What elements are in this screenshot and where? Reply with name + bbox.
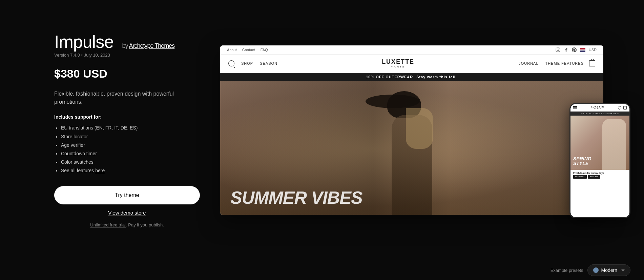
selected-preset: Modern (601, 267, 617, 273)
desktop-mockup: About Contact FAQ (220, 45, 603, 215)
mobile-shop-tops-btn[interactable]: SHOP TOPS (573, 175, 587, 179)
nav-theme-features: THEME FEATURES (545, 61, 584, 65)
search-icon[interactable] (228, 60, 234, 66)
list-item: Age verifier (61, 141, 200, 149)
nav-right-links: JOURNAL THEME FEATURES (519, 61, 584, 65)
nav-journal: JOURNAL (519, 61, 538, 65)
cart-icon[interactable] (589, 60, 595, 66)
flag-icon (580, 48, 585, 52)
instagram-icon (556, 47, 560, 52)
mobile-logo: LUXETTE PARIS (591, 105, 604, 110)
theme-version: Version 7.4.0 • July 10, 2023 (54, 53, 200, 58)
person-hair (406, 108, 433, 149)
list-item: See all features here (61, 166, 200, 175)
main-container: Impulse by Archetype Themes Version 7.4.… (0, 0, 644, 260)
mobile-inner: LUXETTE PARIS 10% OFF OUTERWEAR Stay war… (570, 104, 629, 217)
nav-left: SHOP SEASON (228, 60, 277, 66)
mobile-hero-text: SPRING STYLE (573, 156, 591, 166)
preview-container: About Contact FAQ (220, 45, 630, 215)
theme-description: Flexible, fashionable, proven design wit… (54, 90, 200, 106)
bottom-bar: Example presets Modern (0, 260, 644, 280)
svg-point-2 (559, 48, 559, 49)
pinterest-icon (572, 47, 577, 52)
announcement-bar: 10% OFF OUTERWEAR Stay warm this fall (220, 73, 603, 81)
mobile-shop-all-btn[interactable]: SHOP ALL (588, 175, 600, 179)
hero-text: SUMMER VIBES (230, 189, 362, 206)
presets-dropdown[interactable]: Modern (587, 264, 630, 276)
mobile-search-icon[interactable] (618, 106, 621, 109)
mobile-promo-text: Fresh looks for sunny days (573, 172, 627, 174)
topbar-contact: Contact (242, 48, 255, 52)
mobile-content: Fresh looks for sunny days SHOP TOPS SHO… (570, 170, 629, 181)
mobile-announcement: 10% OFF OUTERWEAR Stay warm this fall (570, 112, 629, 116)
topbar-links: About Contact FAQ (227, 48, 268, 52)
trial-notice: Unlimited free trial. Pay if you publish… (54, 222, 200, 227)
preset-color-dot (593, 267, 599, 273)
left-panel: Impulse by Archetype Themes Version 7.4.… (54, 33, 200, 227)
mobile-nav-icons (618, 106, 627, 109)
store-logo: LUXETTE PARIS (382, 59, 414, 68)
list-item: Store locator (61, 133, 200, 141)
nav-left-links: SHOP SEASON (241, 61, 277, 65)
mobile-mockup: LUXETTE PARIS 10% OFF OUTERWEAR Stay war… (569, 103, 630, 218)
store-nav: SHOP SEASON LUXETTE PARIS JOURNAL THEME … (220, 55, 603, 73)
mobile-hero: SPRING STYLE (570, 116, 629, 170)
includes-header: Includes support for: (54, 114, 200, 120)
svg-point-1 (557, 49, 559, 51)
trial-link[interactable]: Unlimited free trial (90, 222, 126, 227)
mobile-buttons: SHOP TOPS SHOP ALL (573, 175, 627, 179)
chevron-down-icon (621, 269, 625, 271)
nav-shop: SHOP (241, 61, 253, 65)
topbar-faq: FAQ (261, 48, 268, 52)
right-panel: About Contact FAQ (220, 0, 644, 260)
features-link[interactable]: here (95, 168, 105, 173)
theme-title: Impulse by Archetype Themes (54, 33, 200, 51)
try-theme-button[interactable]: Try theme (54, 186, 200, 204)
example-presets-label: Example presets (550, 268, 583, 273)
list-item: Countdown timer (61, 149, 200, 158)
store-hero: SUMMER VIBES (220, 81, 603, 215)
mobile-cart-icon[interactable] (623, 106, 627, 109)
hamburger-icon[interactable] (573, 106, 577, 109)
facebook-icon (564, 47, 568, 52)
currency-label: USD (589, 48, 597, 52)
by-author: by Archetype Themes (122, 42, 175, 49)
nav-season: SEASON (260, 61, 277, 65)
author-link[interactable]: Archetype Themes (129, 42, 175, 49)
theme-name: Impulse (54, 32, 113, 52)
theme-price: $380 USD (54, 67, 200, 80)
nav-right: JOURNAL THEME FEATURES (519, 60, 595, 66)
view-demo-button[interactable]: View demo store (54, 210, 200, 216)
topbar-about: About (227, 48, 237, 52)
topbar-right: USD (556, 47, 597, 52)
list-item: Color swatches (61, 158, 200, 166)
features-list: EU translations (EN, FR, IT, DE, ES) Sto… (54, 124, 200, 175)
mobile-person (602, 119, 626, 170)
store-topbar: About Contact FAQ (220, 45, 603, 55)
svg-rect-0 (556, 48, 560, 52)
list-item: EU translations (EN, FR, IT, DE, ES) (61, 124, 200, 132)
mobile-topbar: LUXETTE PARIS (570, 104, 629, 112)
